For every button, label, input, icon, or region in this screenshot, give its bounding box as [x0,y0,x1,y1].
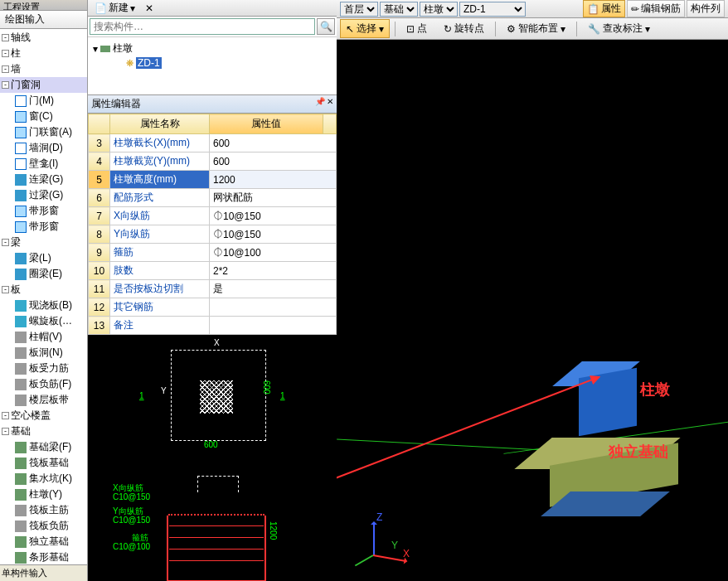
bottom-tab[interactable]: 单构件输入 [0,564,87,581]
row-value[interactable]: 600 [210,153,337,171]
tree-child-label[interactable]: ZD-1 [136,57,162,69]
subcategory-select[interactable]: 柱墩 [420,2,458,17]
tree-item[interactable]: 板负筋(F) [0,376,87,392]
row-value[interactable]: 是 [210,280,337,298]
close-icon[interactable]: ✕ [327,97,333,111]
item-icon [15,552,27,564]
category-select[interactable]: 基础 [380,2,418,17]
tree-item[interactable]: 门联窗(A) [0,124,87,140]
tree-item[interactable]: 门(M) [0,93,87,109]
tree-item[interactable]: 圈梁(E) [0,266,87,282]
row-num: 12 [89,298,110,317]
property-row[interactable]: 5柱墩高度(mm)1200 [89,171,337,189]
tree-item[interactable]: 筏板负筋 [0,518,87,534]
tree-item[interactable]: 独立基础 [0,534,87,550]
tree-item[interactable]: 墙洞(D) [0,140,87,156]
row-value[interactable] [210,317,337,335]
tree-item[interactable]: 现浇板(B) [0,298,87,313]
tree-item[interactable]: 带形窗 [0,203,87,219]
row-value[interactable]: 2*2 [210,262,337,280]
tree-item[interactable]: 梁(L) [0,250,87,266]
tree-item[interactable]: 筏板基础 [0,455,87,471]
edit-rebar-button[interactable]: ✏ 编辑钢筋 [627,0,685,17]
item-icon [15,520,27,532]
point-tool[interactable]: ⊡ 点 [400,19,433,38]
tree-item[interactable]: 板受力筋 [0,361,87,376]
property-row[interactable]: 7X向纵筋⏀10@150 [89,207,337,225]
right-panel: 首层 基础 柱墩 ZD-1 📋 属性 ✏ 编辑钢筋 构件列 ↖ 选择 ▾ ⊡ 点… [337,0,728,581]
row-value[interactable]: 网状配筋 [210,189,337,207]
item-label: 壁龛(I) [29,157,58,171]
expand-icon[interactable]: - [2,50,9,57]
expand-icon[interactable]: - [2,34,9,41]
row-value[interactable]: ⏀10@150 [210,225,337,244]
expand-icon[interactable]: - [2,65,9,73]
expand-icon[interactable]: ▾ [93,43,98,55]
row-value[interactable]: 1200 [210,171,337,189]
search-input[interactable] [90,18,315,35]
tree-item[interactable]: 窗(C) [0,109,87,124]
row-value[interactable]: 600 [210,134,337,153]
instance-tree[interactable]: ▾柱墩 ❋ZD-1 [88,37,337,95]
property-row[interactable]: 11是否按板边切割是 [89,280,337,298]
tree-root-label[interactable]: 柱墩 [113,41,133,56]
expand-icon[interactable]: - [2,412,9,419]
select-tool[interactable]: ↖ 选择 ▾ [340,19,390,38]
property-row[interactable]: 9箍筋⏀10@100 [89,244,337,262]
property-row[interactable]: 3柱墩截长(X)(mm)600 [89,134,337,153]
row-value[interactable] [210,298,337,317]
tree-group[interactable]: -梁 [0,235,87,250]
pin-icon[interactable]: 📌 [315,97,325,111]
elev-top [197,476,239,492]
tree-item[interactable]: 筏板主筋 [0,502,87,518]
smart-layout-tool[interactable]: ⚙ 智能布置 ▾ [501,19,571,38]
tree-item[interactable]: 螺旋板(… [0,313,87,329]
new-button[interactable]: 📄 新建 ▾ [91,0,138,16]
floor-select[interactable]: 首层 [340,2,378,17]
property-row[interactable]: 4柱墩截宽(Y)(mm)600 [89,153,337,171]
tree-item[interactable]: 连梁(G) [0,172,87,187]
expand-icon[interactable]: - [2,428,9,435]
property-row[interactable]: 10肢数2*2 [89,262,337,280]
expand-icon[interactable]: - [2,286,9,293]
tree-item[interactable]: 条形基础 [0,550,87,564]
tree-item[interactable]: 带形窗 [0,219,87,235]
expand-icon[interactable]: - [2,239,9,246]
property-button[interactable]: 📋 属性 [583,0,625,17]
property-row[interactable]: 13备注 [89,317,337,335]
item-icon [15,300,27,312]
tree-item[interactable]: 基础梁(F) [0,439,87,455]
expand-icon[interactable]: - [2,81,9,89]
search-button[interactable]: 🔍 [317,18,335,35]
rotate-point-tool[interactable]: ↻ 旋转点 [438,19,490,38]
tree-item[interactable]: 壁龛(I) [0,156,87,172]
tree-group[interactable]: -板 [0,282,87,298]
component-list-button[interactable]: 构件列 [687,0,725,17]
tree-item[interactable]: 柱帽(V) [0,329,87,345]
property-row[interactable]: 12其它钢筋 [89,298,337,317]
row-value[interactable]: ⏀10@100 [210,244,337,262]
sidebar-tab[interactable]: 绘图输入 [0,11,87,29]
tree-item[interactable]: 过梁(G) [0,187,87,203]
item-label: 门联窗(A) [29,125,72,139]
tree-item[interactable]: 柱墩(Y) [0,487,87,502]
component-tree[interactable]: -轴线-柱-墙-门窗洞门(M)窗(C)门联窗(A)墙洞(D)壁龛(I)连梁(G)… [0,29,87,564]
tree-group[interactable]: -空心楼盖 [0,408,87,424]
tree-item[interactable]: 楼层板带 [0,392,87,408]
tree-item[interactable]: 集水坑(K) [0,471,87,487]
tree-group[interactable]: -门窗洞 [0,77,87,93]
component-select[interactable]: ZD-1 [459,2,526,17]
close-button[interactable]: ✕ [142,2,157,15]
3d-viewport[interactable]: 柱墩 独立基础 Z X Y [337,40,728,581]
tree-group[interactable]: -基础 [0,424,87,439]
tree-item[interactable]: 板洞(N) [0,345,87,361]
modify-annotation-tool[interactable]: 🔧 查改标注 ▾ [582,19,656,38]
tree-group[interactable]: -墙 [0,61,87,77]
section-diagram[interactable]: X Y 600 600 1 1 X向纵筋 C10@150 Y向纵筋 C10@15… [88,335,337,581]
property-row[interactable]: 8Y向纵筋⏀10@150 [89,225,337,244]
tree-group[interactable]: -柱 [0,46,87,61]
property-row[interactable]: 6配筋形式网状配筋 [89,189,337,207]
property-table[interactable]: 属性名称 属性值 3柱墩截长(X)(mm)6004柱墩截宽(Y)(mm)6005… [88,114,337,335]
row-value[interactable]: ⏀10@150 [210,207,337,225]
tree-group[interactable]: -轴线 [0,30,87,46]
